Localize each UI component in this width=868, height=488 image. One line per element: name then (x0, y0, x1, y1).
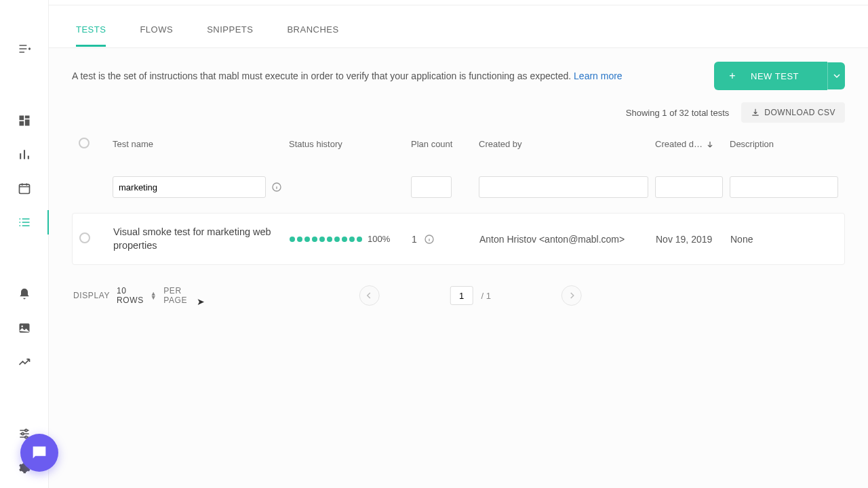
pagination: DISPLAY 10 ROWS ▲▼ PER PAGE / 1 (72, 284, 845, 307)
svg-point-8 (21, 432, 23, 434)
description-row: A test is the set of instructions that m… (72, 62, 845, 90)
sidebar-item-tests[interactable] (16, 214, 33, 230)
sidebar-item-trends[interactable] (16, 354, 33, 370)
tab-branches[interactable]: BRANCHES (287, 12, 338, 47)
filter-description[interactable] (730, 176, 838, 198)
row-plan-count: 1 (412, 234, 473, 245)
content: A test is the set of instructions that m… (49, 48, 868, 488)
col-created-by[interactable]: Created by (479, 139, 648, 149)
status-pct: 100% (368, 234, 390, 244)
display-selector: DISPLAY 10 ROWS ▲▼ PER PAGE (73, 286, 187, 305)
sidebar-item-schedule[interactable] (16, 180, 33, 197)
col-status-history[interactable]: Status history (289, 139, 404, 149)
tab-flows[interactable]: FLOWS (140, 12, 173, 47)
download-csv-button[interactable]: DOWNLOAD CSV (741, 102, 845, 123)
display-label: DISPLAY (73, 291, 110, 300)
col-test-name[interactable]: Test name (113, 139, 282, 149)
learn-more-link[interactable]: Learn more (574, 70, 623, 81)
sort-desc-icon (707, 141, 713, 148)
filter-plan-count[interactable] (411, 176, 452, 198)
page-total: / 1 (481, 291, 491, 301)
tab-tests[interactable]: TESTS (76, 12, 106, 47)
svg-point-6 (21, 325, 23, 327)
sidebar-item-images[interactable] (16, 320, 33, 336)
next-page-button[interactable] (561, 285, 582, 306)
new-test-dropdown[interactable] (827, 62, 845, 89)
result-count: Showing 1 of 32 total tests (626, 108, 729, 118)
chevron-right-icon (568, 292, 575, 299)
sidebar-item-dashboard[interactable] (16, 113, 33, 129)
sidebar-item-notifications[interactable] (16, 286, 33, 302)
svg-point-7 (24, 429, 26, 431)
main: TESTS FLOWS SNIPPETS BRANCHES A test is … (49, 0, 868, 488)
prev-page-button[interactable] (359, 285, 380, 306)
svg-rect-4 (19, 184, 29, 193)
subheader: Showing 1 of 32 total tests DOWNLOAD CSV (72, 102, 845, 123)
filter-row (72, 156, 845, 213)
description-body: A test is the set of instructions that m… (72, 70, 574, 81)
plan-count-value: 1 (412, 234, 417, 245)
rows-value[interactable]: 10 ROWS (117, 286, 144, 305)
table-header: Test name Status history Plan count Crea… (72, 132, 845, 156)
filter-test-name[interactable] (113, 176, 266, 198)
status-dots (290, 237, 362, 242)
row-status: 100% (290, 234, 405, 244)
table-row[interactable]: Visual smoke test for marketing web prop… (72, 213, 845, 265)
col-plan-count[interactable]: Plan count (411, 139, 472, 149)
row-test-name[interactable]: Visual smoke test for marketing web prop… (113, 226, 283, 252)
sidebar (0, 0, 49, 488)
chevron-left-icon (366, 292, 373, 299)
svg-rect-2 (19, 121, 24, 126)
chat-icon (30, 443, 49, 462)
sidebar-item-new[interactable] (16, 41, 33, 57)
tab-snippets[interactable]: SNIPPETS (207, 12, 253, 47)
filter-created-by[interactable] (479, 176, 648, 198)
chat-widget[interactable] (20, 434, 58, 472)
row-description: None (730, 234, 837, 245)
new-test-group: + NEW TEST (714, 62, 845, 90)
col-created-date-label: Created d… (655, 139, 703, 149)
per-page-label: PER PAGE (163, 286, 187, 305)
svg-rect-3 (24, 119, 29, 125)
app-root: TESTS FLOWS SNIPPETS BRANCHES A test is … (0, 0, 868, 488)
chevron-down-icon (833, 73, 840, 79)
svg-rect-0 (19, 116, 24, 121)
download-csv-label: DOWNLOAD CSV (764, 108, 835, 117)
plus-icon: + (729, 70, 736, 82)
new-test-button[interactable]: + NEW TEST (714, 62, 827, 90)
info-icon[interactable] (424, 234, 435, 245)
rows-stepper[interactable]: ▲▼ (151, 291, 157, 300)
download-icon (751, 108, 760, 117)
row-created-date: Nov 19, 2019 (656, 234, 724, 245)
col-description[interactable]: Description (730, 139, 838, 149)
new-test-label: NEW TEST (751, 71, 799, 81)
info-icon[interactable] (271, 182, 282, 192)
tabs: TESTS FLOWS SNIPPETS BRANCHES (49, 11, 868, 48)
description-text: A test is the set of instructions that m… (72, 70, 623, 81)
svg-rect-1 (24, 116, 29, 119)
row-select-radio[interactable] (79, 232, 90, 243)
page-input[interactable] (450, 286, 473, 305)
topbar (49, 0, 868, 5)
filter-created-date[interactable] (655, 176, 723, 198)
sidebar-item-insights[interactable] (16, 146, 33, 163)
row-created-by: Anton Hristov <anton@mabl.com> (479, 234, 649, 245)
select-all-radio[interactable] (79, 138, 90, 148)
col-created-date[interactable]: Created d… (655, 139, 723, 149)
